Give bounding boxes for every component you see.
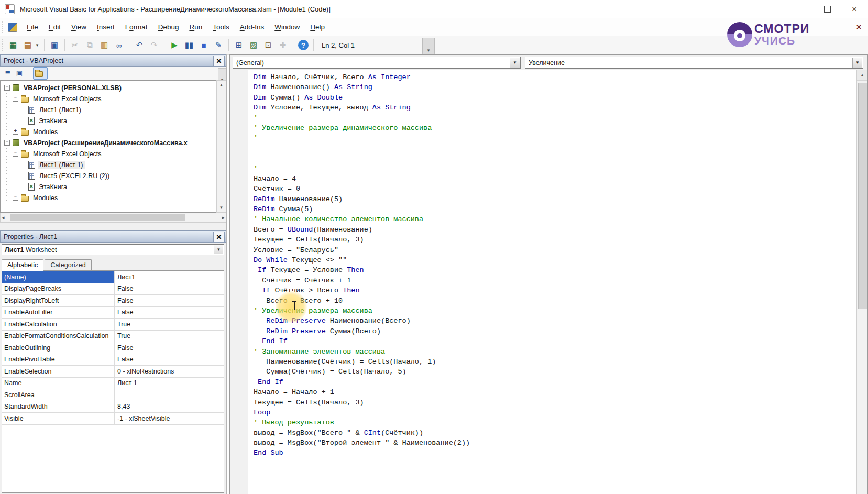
property-value[interactable]: 8,43 <box>115 403 130 410</box>
property-name[interactable]: EnableCalculation <box>2 319 115 330</box>
menu-item-window[interactable]: Window <box>269 18 305 36</box>
code-line[interactable]: вывод = MsgBox("Всего " & CInt(Счётчик)) <box>254 429 855 439</box>
property-value[interactable]: False <box>115 285 134 292</box>
scroll-left-icon[interactable]: ◂ <box>2 214 5 221</box>
property-name[interactable]: StandardWidth <box>2 401 115 413</box>
code-line[interactable]: ReDim Наименование(5) <box>254 195 855 205</box>
code-line[interactable]: ReDim Preserve Сумма(Всего) <box>254 327 855 337</box>
code-line[interactable]: ' <box>254 134 855 144</box>
scroll-right-icon[interactable]: ▸ <box>222 214 225 221</box>
code-line[interactable]: End Sub <box>254 449 855 459</box>
tree-item[interactable]: +Modules <box>1 126 216 137</box>
project-tree-vscrollbar[interactable]: ▲ ▼ <box>216 80 226 213</box>
code-line[interactable]: вывод = MsgBox("Второй элемент " & Наиме… <box>254 439 855 449</box>
hscroll-thumb[interactable] <box>10 214 185 221</box>
toolbar-overflow-icon[interactable]: ▾ <box>422 38 435 54</box>
project-tree-hscrollbar[interactable]: ◂ ▸ <box>0 213 226 223</box>
property-value[interactable]: Лист1 <box>115 273 135 281</box>
find-icon[interactable]: ∞ <box>113 39 125 51</box>
paste-icon[interactable]: ▥ <box>98 39 111 51</box>
property-row[interactable]: NameЛист 1 <box>2 378 224 390</box>
code-line[interactable]: End If <box>254 337 855 347</box>
toolbar-grip[interactable] <box>1 39 4 51</box>
property-row[interactable]: EnableAutoFilterFalse <box>2 307 224 319</box>
vscroll-thumb[interactable] <box>858 83 867 309</box>
property-name[interactable]: EnableOutlining <box>2 342 115 354</box>
property-name[interactable]: Name <box>2 378 115 389</box>
close-button[interactable]: × <box>841 0 868 18</box>
chevron-down-icon[interactable]: ▼ <box>510 58 520 68</box>
collapse-icon[interactable]: − <box>4 85 10 91</box>
code-line[interactable]: Начало = Начало + 1 <box>254 388 855 398</box>
property-row[interactable]: ScrollArea <box>2 389 224 401</box>
menu-item-add-ins[interactable]: Add-Ins <box>235 18 270 36</box>
property-value[interactable]: False <box>115 344 134 352</box>
scroll-down-icon[interactable]: ▼ <box>217 203 226 212</box>
property-name[interactable]: EnablePivotTable <box>2 354 115 366</box>
insert-userform-icon[interactable]: ▤ <box>21 39 34 51</box>
tree-item[interactable]: −VBAProject (РасширениеДинамическогоМасс… <box>1 137 216 148</box>
property-row[interactable]: EnableFormatConditionsCalculationTrue <box>2 331 224 343</box>
code-line[interactable]: ' <box>254 165 855 175</box>
code-line[interactable]: ' Вывод результатов <box>254 419 855 429</box>
code-editor[interactable]: Dim Начало, Счётчик, Всего As IntegerDim… <box>230 70 867 494</box>
menu-item-file[interactable]: File <box>21 18 43 36</box>
properties-close-icon[interactable]: ✕ <box>213 232 225 243</box>
property-name[interactable]: EnableSelection <box>2 366 115 377</box>
properties-window-icon[interactable]: ▨ <box>247 39 260 51</box>
code-line[interactable]: Текущее = Cells(Начало, 3) <box>254 399 855 409</box>
tree-item[interactable]: Лист5 (EXCEL2.RU (2)) <box>1 170 216 181</box>
code-line[interactable]: Do While Текущее <> "" <box>254 256 855 266</box>
menu-item-help[interactable]: Help <box>305 18 330 36</box>
maximize-button[interactable] <box>814 0 841 18</box>
tab-categorized[interactable]: Categorized <box>45 259 91 270</box>
break-icon[interactable]: ▮▮ <box>183 39 195 51</box>
run-icon[interactable]: ▶ <box>168 39 181 51</box>
procedure-dropdown[interactable]: Увеличение ▼ <box>525 57 863 69</box>
code-line[interactable]: Dim Начало, Счётчик, Всего As Integer <box>254 73 855 83</box>
code-line[interactable]: Начало = 4 <box>254 175 855 185</box>
property-row[interactable]: EnableOutliningFalse <box>2 342 224 354</box>
property-value[interactable]: Лист 1 <box>115 379 137 387</box>
property-name[interactable]: EnableAutoFilter <box>2 307 115 319</box>
code-line[interactable]: If Текущее = Условие Then <box>254 266 855 276</box>
menu-item-edit[interactable]: Edit <box>43 18 66 36</box>
code-line[interactable]: End If <box>254 378 855 388</box>
minimize-button[interactable] <box>786 0 814 18</box>
code-line[interactable]: Условие = "Беларусь" <box>254 246 855 256</box>
property-row[interactable]: DisplayRightToLeftFalse <box>2 295 224 307</box>
scroll-up-icon[interactable]: ▲ <box>217 81 226 90</box>
menu-item-run[interactable]: Run <box>184 18 207 36</box>
property-row[interactable]: EnableSelection0 - xlNoRestrictions <box>2 366 224 378</box>
project-explorer-icon[interactable]: ⊞ <box>233 39 245 51</box>
code-line[interactable]: Dim Сумма() As Double <box>254 94 855 104</box>
view-object-icon[interactable]: ▣ <box>14 68 25 79</box>
code-line[interactable]: Всего = UBound(Наименование) <box>254 226 855 236</box>
menu-item-debug[interactable]: Debug <box>153 18 184 36</box>
code-line[interactable]: ' <box>254 114 855 124</box>
insert-dropdown-icon[interactable]: ▾ <box>34 39 40 51</box>
properties-object-dropdown[interactable]: Лист1 Worksheet ▼ <box>2 244 224 255</box>
code-line[interactable] <box>254 155 855 164</box>
collapse-icon[interactable]: − <box>4 140 10 146</box>
code-line[interactable]: Loop <box>254 409 855 419</box>
property-value[interactable]: True <box>115 332 130 339</box>
project-close-icon[interactable]: ✕ <box>213 56 225 67</box>
object-browser-icon[interactable]: ⊡ <box>262 39 274 51</box>
code-line[interactable]: Наименование(Счётчик) = Cells(Начало, 1) <box>254 358 855 368</box>
toolbar-grip[interactable] <box>1 21 4 33</box>
chevron-down-icon[interactable]: ▼ <box>214 245 223 254</box>
collapse-icon[interactable]: − <box>13 96 18 102</box>
code-line[interactable]: ' Начальное количество элементов массива <box>254 215 855 225</box>
menu-item-insert[interactable]: Insert <box>92 18 120 36</box>
property-row[interactable]: (Name)Лист1 <box>2 271 224 283</box>
property-name[interactable]: DisplayRightToLeft <box>2 295 115 306</box>
design-mode-icon[interactable]: ✎ <box>212 39 225 51</box>
scroll-up-icon[interactable]: ▲ <box>857 70 867 81</box>
property-value[interactable]: False <box>115 309 134 316</box>
code-line[interactable]: ' Запоминание элементов массива <box>254 348 855 358</box>
code-line[interactable]: Dim Условие, Текущее, вывод As String <box>254 104 855 114</box>
property-name[interactable]: ScrollArea <box>2 389 115 401</box>
property-row[interactable]: StandardWidth8,43 <box>2 401 224 413</box>
menu-item-view[interactable]: View <box>66 18 92 36</box>
